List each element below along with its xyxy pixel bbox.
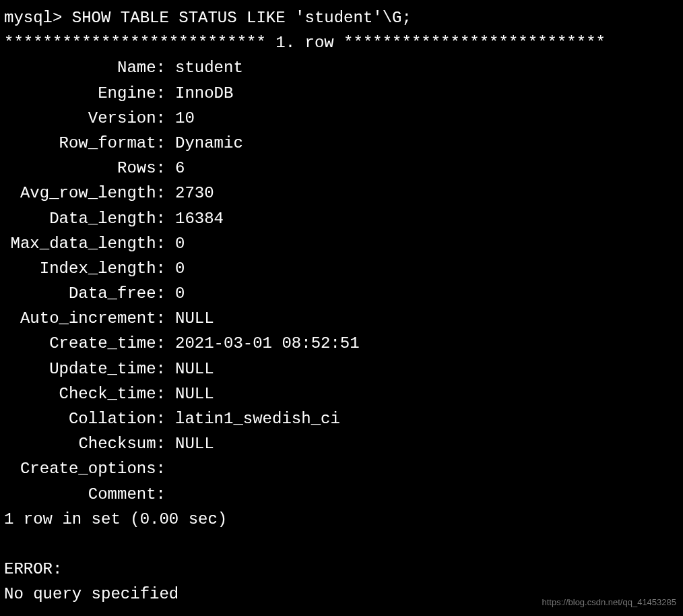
field-row: Collation: latin1_swedish_ci: [4, 406, 679, 431]
field-label: Create_options:: [4, 456, 166, 481]
field-value: 0: [166, 256, 185, 281]
field-row: Version: 10: [4, 106, 679, 131]
field-label: Index_length:: [4, 256, 166, 281]
field-label: Name:: [4, 55, 166, 80]
field-label: Engine:: [4, 81, 166, 106]
field-row: Name: student: [4, 55, 679, 80]
field-row: Checksum: NULL: [4, 431, 679, 456]
field-value: NULL: [166, 381, 214, 406]
field-label: Max_data_length:: [4, 231, 166, 256]
field-row: Comment:: [4, 482, 679, 507]
field-label: Checksum:: [4, 431, 166, 456]
field-row: Rows: 6: [4, 156, 679, 181]
mysql-prompt-line: mysql> SHOW TABLE STATUS LIKE 'student'\…: [4, 5, 679, 30]
field-row: Auto_increment: NULL: [4, 306, 679, 331]
field-label: Rows:: [4, 156, 166, 181]
field-value: 0: [166, 231, 185, 256]
field-value: Dynamic: [166, 131, 243, 156]
table-status-fields: Name: student Engine: InnoDB Version: 10…: [4, 55, 679, 506]
field-row: Create_time: 2021-03-01 08:52:51: [4, 331, 679, 356]
field-value: 2730: [166, 181, 214, 206]
field-label: Update_time:: [4, 357, 166, 381]
field-label: Comment:: [4, 482, 166, 507]
field-value: [166, 482, 175, 507]
field-value: 0: [166, 281, 185, 306]
watermark-text: https://blog.csdn.net/qq_41453285: [542, 596, 677, 609]
field-row: Create_options:: [4, 456, 679, 481]
field-value: 2021-03-01 08:52:51: [166, 331, 360, 356]
field-label: Collation:: [4, 406, 166, 431]
field-label: Avg_row_length:: [4, 181, 166, 206]
field-value: [166, 456, 175, 481]
result-summary: 1 row in set (0.00 sec): [4, 507, 679, 532]
field-row: Data_length: 16384: [4, 206, 679, 231]
field-value: student: [166, 55, 243, 80]
field-value: NULL: [166, 357, 214, 381]
field-row: Avg_row_length: 2730: [4, 181, 679, 206]
field-label: Version:: [4, 106, 166, 131]
field-value: 16384: [166, 206, 224, 231]
field-row: Row_format: Dynamic: [4, 131, 679, 156]
row-separator-header: *************************** 1. row *****…: [4, 30, 679, 55]
field-row: Check_time: NULL: [4, 381, 679, 406]
field-row: Data_free: 0: [4, 281, 679, 306]
error-label: ERROR:: [4, 557, 679, 582]
field-value: NULL: [166, 431, 214, 456]
field-value: 10: [166, 106, 195, 131]
field-label: Row_format:: [4, 131, 166, 156]
field-row: Update_time: NULL: [4, 357, 679, 381]
blank-line: [4, 532, 679, 557]
field-row: Index_length: 0: [4, 256, 679, 281]
field-row: Engine: InnoDB: [4, 81, 679, 106]
field-label: Check_time:: [4, 381, 166, 406]
field-value: NULL: [166, 306, 214, 331]
field-row: Max_data_length: 0: [4, 231, 679, 256]
field-label: Data_free:: [4, 281, 166, 306]
field-value: 6: [166, 156, 185, 181]
field-value: latin1_swedish_ci: [166, 406, 340, 431]
field-value: InnoDB: [166, 81, 233, 106]
field-label: Create_time:: [4, 331, 166, 356]
field-label: Data_length:: [4, 206, 166, 231]
field-label: Auto_increment:: [4, 306, 166, 331]
